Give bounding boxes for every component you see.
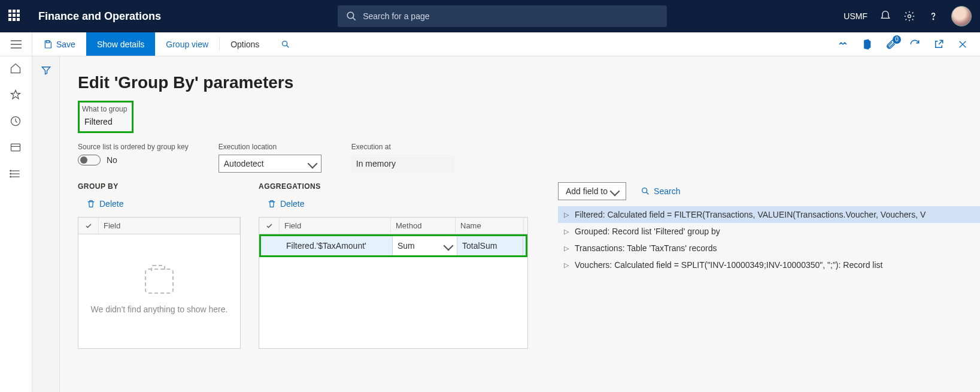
favorites-icon[interactable] bbox=[10, 89, 23, 102]
what-to-group-value[interactable]: Filtered bbox=[82, 114, 127, 126]
agg-delete-button[interactable]: Delete bbox=[263, 195, 528, 212]
agg-row-check[interactable] bbox=[261, 236, 281, 255]
add-field-to-button[interactable]: Add field to bbox=[558, 182, 626, 200]
related-links-icon[interactable] bbox=[836, 38, 849, 51]
attachments-icon[interactable]: 0 bbox=[884, 38, 897, 51]
svg-rect-7 bbox=[46, 41, 49, 43]
ordered-value: No bbox=[107, 155, 117, 165]
global-header: Finance and Operations Search for a page… bbox=[0, 0, 980, 32]
avatar[interactable] bbox=[951, 6, 972, 26]
trash-icon bbox=[86, 199, 96, 209]
groupby-select-all[interactable] bbox=[78, 218, 99, 234]
search-icon bbox=[346, 11, 357, 22]
ordered-label: Source list is ordered by group key bbox=[78, 143, 189, 151]
exec-at-label: Execution at bbox=[351, 143, 454, 151]
main-area: Edit 'Group By' parameters What to group… bbox=[0, 56, 980, 392]
svg-point-2 bbox=[908, 15, 911, 18]
command-search-icon[interactable] bbox=[270, 32, 301, 56]
tree-item[interactable]: ▷Transactions: Table 'TaxTrans' records bbox=[558, 240, 980, 257]
agg-col-field[interactable]: Field bbox=[280, 218, 391, 234]
gear-icon[interactable] bbox=[903, 10, 915, 22]
what-to-group-highlight: What to group Filtered bbox=[78, 101, 134, 133]
svg-line-1 bbox=[353, 17, 356, 20]
left-nav-rail bbox=[0, 56, 32, 392]
agg-select-all[interactable] bbox=[259, 218, 280, 234]
check-icon bbox=[266, 222, 273, 230]
groupby-empty: We didn't find anything to show here. bbox=[78, 234, 240, 348]
save-icon bbox=[43, 40, 53, 49]
svg-line-22 bbox=[646, 192, 648, 194]
home-icon[interactable] bbox=[10, 62, 23, 76]
show-details-button[interactable]: Show details bbox=[86, 32, 155, 56]
groupby-delete-button[interactable]: Delete bbox=[83, 195, 241, 212]
svg-rect-13 bbox=[11, 144, 20, 151]
svg-point-20 bbox=[10, 176, 11, 177]
command-bar: Save Show details Group view Options 0 bbox=[0, 32, 980, 56]
aggregations-panel: Aggregations Delete Field Method Name bbox=[259, 182, 528, 349]
legal-entity[interactable]: USMF bbox=[844, 11, 867, 21]
tree-item[interactable]: ▷Vouchers: Calculated field = SPLIT("INV… bbox=[558, 257, 980, 273]
exec-loc-label: Execution location bbox=[219, 143, 321, 151]
exec-loc-select[interactable]: Autodetect bbox=[219, 155, 321, 173]
modules-icon[interactable] bbox=[10, 168, 23, 181]
svg-point-0 bbox=[347, 12, 354, 19]
recent-icon[interactable] bbox=[10, 115, 23, 128]
office-icon[interactable] bbox=[860, 38, 873, 51]
refresh-icon[interactable] bbox=[908, 38, 921, 51]
options-button[interactable]: Options bbox=[220, 32, 270, 56]
tree-item[interactable]: ▷Filtered: Calculated field = FILTER(Tra… bbox=[558, 206, 980, 223]
chevron-down-icon bbox=[610, 186, 620, 197]
agg-row-field[interactable]: Filtered.'$TaxAmount' bbox=[281, 236, 393, 255]
expand-icon[interactable]: ▷ bbox=[564, 228, 569, 236]
agg-row[interactable]: Filtered.'$TaxAmount' Sum TotalSum bbox=[259, 234, 527, 257]
exec-at-value: In memory bbox=[351, 155, 454, 173]
search-icon bbox=[641, 186, 650, 196]
chevron-down-icon bbox=[307, 159, 317, 169]
tree-item[interactable]: ▷Grouped: Record list 'Filtered' group b… bbox=[558, 223, 980, 240]
svg-point-18 bbox=[10, 170, 11, 171]
svg-line-9 bbox=[287, 45, 289, 47]
notifications-icon[interactable] bbox=[879, 10, 891, 22]
app-launcher-icon[interactable] bbox=[8, 10, 22, 23]
aggregations-title: Aggregations bbox=[259, 182, 528, 191]
help-icon[interactable] bbox=[927, 10, 939, 22]
what-to-group-label: What to group bbox=[82, 105, 127, 113]
empty-folder-icon bbox=[145, 269, 174, 294]
expand-icon[interactable]: ▷ bbox=[564, 261, 569, 269]
save-button[interactable]: Save bbox=[32, 32, 86, 56]
page-title: Edit 'Group By' parameters bbox=[78, 73, 980, 92]
check-icon bbox=[85, 222, 92, 230]
chevron-down-icon bbox=[444, 241, 454, 251]
close-icon[interactable] bbox=[956, 38, 969, 51]
workspaces-icon[interactable] bbox=[10, 141, 23, 155]
groupby-panel: Group by Delete Field We bbox=[78, 182, 241, 349]
agg-col-name[interactable]: Name bbox=[456, 218, 524, 234]
groupby-title: Group by bbox=[78, 182, 241, 191]
expand-icon[interactable]: ▷ bbox=[564, 211, 569, 219]
agg-row-name[interactable]: TotalSum bbox=[457, 236, 523, 255]
groupby-grid: Field We didn't find anything to show he… bbox=[78, 217, 241, 349]
search-placeholder: Search for a page bbox=[363, 11, 429, 21]
ordered-toggle[interactable] bbox=[78, 155, 101, 165]
trash-icon bbox=[267, 199, 277, 209]
agg-row-method[interactable]: Sum bbox=[393, 236, 457, 255]
svg-point-19 bbox=[10, 173, 11, 174]
page-content: Edit 'Group By' parameters What to group… bbox=[60, 56, 980, 392]
global-search-input[interactable]: Search for a page bbox=[338, 5, 667, 27]
filter-icon[interactable] bbox=[41, 65, 51, 392]
ds-search-button[interactable]: Search bbox=[641, 186, 680, 196]
expand-icon[interactable]: ▷ bbox=[564, 245, 569, 252]
product-name: Finance and Operations bbox=[38, 10, 161, 23]
group-view-button[interactable]: Group view bbox=[155, 32, 219, 56]
agg-col-method[interactable]: Method bbox=[391, 218, 456, 234]
groupby-col-field[interactable]: Field bbox=[99, 218, 240, 234]
datasource-tree: ▷Filtered: Calculated field = FILTER(Tra… bbox=[558, 206, 980, 273]
filter-pane bbox=[32, 56, 60, 392]
attachments-badge: 0 bbox=[893, 35, 901, 44]
datasource-panel: Add field to Search ▷Filtered: Calculate… bbox=[558, 182, 980, 349]
popout-icon[interactable] bbox=[932, 38, 945, 51]
nav-toggle-icon[interactable] bbox=[0, 32, 32, 56]
agg-grid: Field Method Name Filtered.'$TaxAmount' … bbox=[259, 217, 528, 349]
svg-point-3 bbox=[933, 19, 933, 19]
